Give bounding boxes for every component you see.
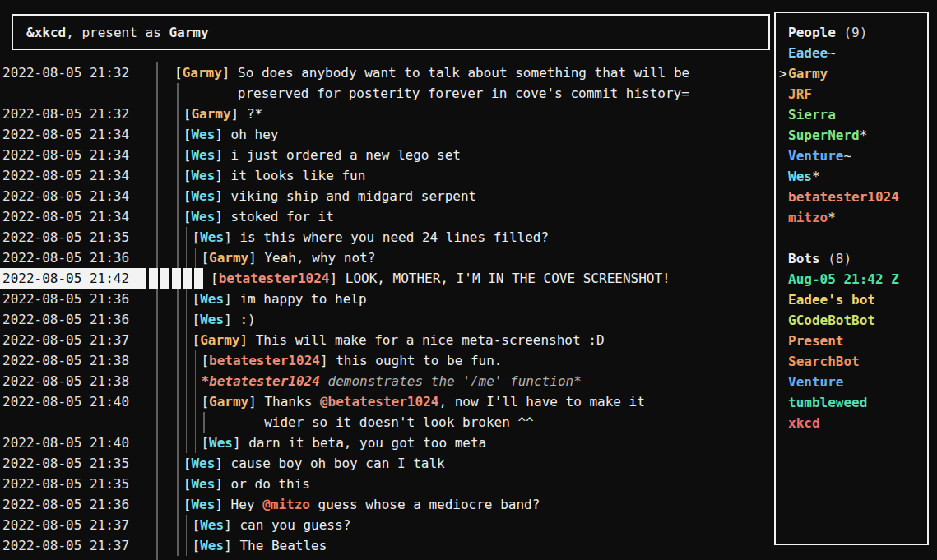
member-item[interactable]: mitzo*	[776, 207, 927, 228]
timestamp: 2022-08-05 21:36	[0, 248, 146, 268]
member-item-name: mitzo	[788, 207, 828, 228]
chat-message[interactable]: 2022-08-05 21:34[Wes] it looks like fun	[0, 165, 774, 186]
chat-message[interactable]: 2022-08-05 21:40[Garmy] Thanks @betatest…	[0, 391, 774, 412]
nick: Wes	[191, 145, 215, 165]
bracket-close: ]	[215, 494, 230, 515]
message-text: stoked for it	[231, 206, 334, 227]
chat-message[interactable]: 2022-08-05 21:37[Garmy] This will make f…	[0, 330, 774, 350]
people-list: Eadee~>Garmy JRF Sierra SuperNerd* Ventu…	[776, 43, 927, 228]
chat-message[interactable]: 2022-08-05 21:35[Wes] is this where you …	[0, 227, 774, 248]
bracket-open: [	[193, 309, 201, 330]
chat-message[interactable]: 2022-08-05 21:35[Wes] or do this	[0, 474, 774, 494]
member-item[interactable]: Venture~	[776, 146, 927, 166]
chat-message[interactable]: 2022-08-05 21:34[Wes] oh hey	[0, 124, 774, 145]
bracket-open: [	[183, 165, 192, 186]
bot-item[interactable]: GCodeBotBot	[776, 310, 927, 331]
bracket-open: [	[183, 206, 192, 227]
members-panel: People (9) Eadee~>Garmy JRF Sierra Super…	[774, 12, 929, 545]
bot-item[interactable]: Present	[776, 331, 927, 351]
bot-item-name: Venture	[788, 372, 843, 392]
member-item[interactable]: betatester1024	[776, 187, 927, 207]
selection-marker	[776, 413, 788, 433]
chat-message[interactable]: 2022-08-05 21:36[Wes] Hey @mitzo guess w…	[0, 494, 774, 515]
chat-message[interactable]: 2022-08-05 21:32[Garmy] So does anybody …	[0, 62, 774, 83]
chat-message[interactable]: 2022-08-05 21:35[Wes] cause boy oh boy c…	[0, 453, 774, 474]
bot-item[interactable]: xkcd	[776, 413, 927, 433]
chat-message[interactable]: 2022-08-05 21:34[Wes] i just ordered a n…	[0, 145, 774, 165]
bracket-close: ]	[215, 186, 230, 206]
message-body: [betatester1024] this ought to be fun.	[146, 350, 502, 371]
cove-chat-app: &xkcd, present as Garmy 2022-08-05 21:32…	[0, 0, 937, 560]
message-text: preserved for posterity forever in cove'…	[238, 83, 689, 104]
chat-message[interactable]: 2022-08-05 21:34[Wes] stoked for it	[0, 206, 774, 227]
bracket-close: ]	[215, 206, 230, 227]
selection-marker	[776, 43, 788, 63]
member-item[interactable]: Eadee~	[776, 43, 927, 63]
bot-item[interactable]: Aug-05 21:42 Z	[776, 269, 927, 289]
bracket-open: [	[201, 350, 209, 371]
message-text: LOOK, MOTHER, I'M IN THE COVE SCREENSHOT…	[346, 268, 670, 289]
message-text: cause boy oh boy can I talk	[231, 453, 445, 474]
thread-guide	[174, 391, 183, 412]
timestamp: 2022-08-05 21:38	[0, 371, 146, 391]
member-item[interactable]: Wes*	[776, 166, 927, 187]
member-item[interactable]: >Garmy	[776, 63, 927, 84]
bracket-open: [	[183, 124, 192, 145]
nick: Garmy	[183, 62, 222, 83]
bracket-open: [	[201, 248, 209, 268]
bot-item-name: Eadee's bot	[788, 289, 875, 310]
bracket-close: ]	[329, 268, 345, 289]
bot-item[interactable]: tumbleweed	[776, 392, 927, 413]
chat-message[interactable]: 2022-08-05 21:36[Garmy] Yeah, why not?	[0, 248, 774, 268]
nick: Wes	[191, 186, 215, 206]
selection-marker	[776, 269, 788, 289]
chat-message[interactable]: 2022-08-05 21:37[Wes] The Beatles	[0, 535, 774, 556]
thread-guide	[183, 391, 193, 412]
member-item[interactable]: JRF	[776, 84, 927, 104]
bot-item[interactable]: Eadee's bot	[776, 289, 927, 310]
bracket-open: [	[211, 268, 219, 289]
bracket-close: ]	[224, 289, 239, 309]
timestamp: 2022-08-05 21:32	[0, 104, 146, 124]
chat-message[interactable]: 2022-08-05 21:36[Wes] im happy to help	[0, 289, 774, 309]
bots-header: Bots (8)	[776, 248, 927, 269]
timestamp: 2022-08-05 21:35	[0, 453, 146, 474]
selection-marker	[776, 331, 788, 351]
chat-message[interactable]: 2022-08-05 21:32[Garmy] ?*	[0, 104, 774, 124]
timestamp: 2022-08-05 21:34	[0, 206, 146, 227]
message-body: [Garmy] ?*	[146, 104, 262, 124]
thread-guide	[183, 535, 193, 556]
timestamp	[0, 83, 146, 104]
bot-item-name: SearchBot	[788, 351, 860, 372]
message-body: [Wes] i just ordered a new lego set	[146, 145, 461, 165]
nick: betatester1024	[209, 350, 320, 371]
timestamp: 2022-08-05 21:32	[0, 62, 146, 83]
member-item[interactable]: SuperNerd*	[776, 125, 927, 146]
chat-message[interactable]: 2022-08-05 21:38[betatester1024] this ou…	[0, 350, 774, 371]
bot-item-name: GCodeBotBot	[788, 310, 875, 331]
thread-guide	[174, 165, 183, 186]
message-text: it looks like fun	[231, 165, 366, 186]
thread-guide	[193, 248, 202, 268]
bracket-close: ]	[239, 330, 255, 350]
bot-item[interactable]: Venture	[776, 372, 927, 392]
chat-message[interactable]: 2022-08-05 21:34[Wes] viking ship and mi…	[0, 186, 774, 206]
message-body: [Garmy] Yeah, why not?	[146, 248, 375, 268]
thread-guide	[193, 391, 202, 412]
chat-message[interactable]: 2022-08-05 21:36[Wes] :)	[0, 309, 774, 330]
selection-marker	[776, 166, 788, 187]
member-item[interactable]: Sierra	[776, 104, 927, 125]
chat-message[interactable]: 2022-08-05 21:42[betatester1024] LOOK, M…	[0, 268, 774, 289]
chat-message[interactable]: 2022-08-05 21:38*betatester1024 demonstr…	[0, 371, 774, 391]
presence-suffix: *	[828, 207, 836, 228]
chat-message[interactable]: 2022-08-05 21:37[Wes] can you guess?	[0, 515, 774, 535]
chat-message[interactable]: 2022-08-05 21:40[Wes] darn it beta, you …	[0, 433, 774, 453]
chat-log[interactable]: 2022-08-05 21:32[Garmy] So does anybody …	[0, 62, 774, 560]
message-segment-mitzo: @mitzo	[262, 494, 310, 515]
message-text: this ought to be fun.	[336, 350, 502, 371]
bot-item[interactable]: SearchBot	[776, 351, 927, 372]
people-title: People	[788, 22, 836, 43]
bracket-open: [	[193, 535, 201, 556]
highlight-block	[172, 268, 181, 289]
member-item-name: JRF	[788, 84, 812, 104]
